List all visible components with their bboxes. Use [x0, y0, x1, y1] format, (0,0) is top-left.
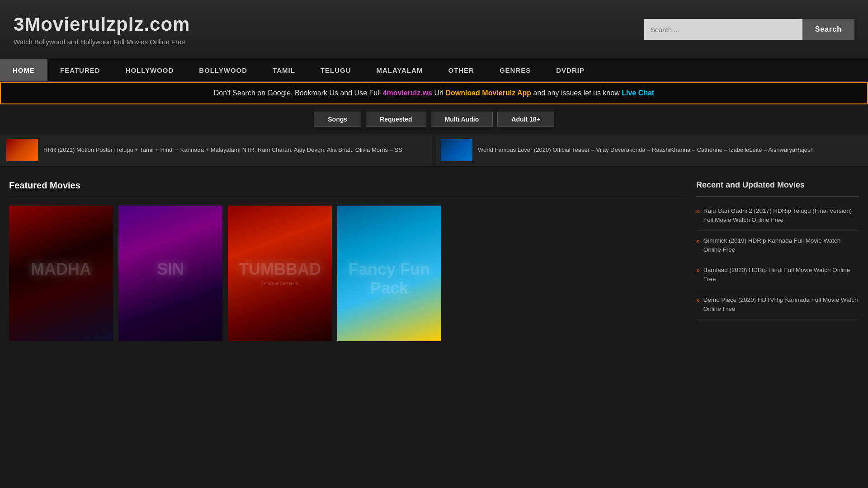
sidebar-arrow-icon: » — [696, 237, 700, 244]
movie-label-fancy: Fancy Fun Pack — [337, 206, 441, 298]
site-tagline: Watch Bollywood and Hollywood Full Movie… — [14, 38, 190, 46]
quick-links-bar: SongsRequestedMulti AudioAdult 18+ — [0, 104, 868, 134]
movie-card-tumbbad[interactable]: TUMBBADTelugu+Tam+Hin — [228, 206, 332, 341]
nav-item-malayalam[interactable]: MALAYALAM — [364, 59, 436, 81]
promo-thumb-rrr — [6, 139, 38, 161]
movie-card-sin[interactable]: SIN — [118, 206, 222, 341]
quick-link-adult-18+[interactable]: Adult 18+ — [497, 112, 554, 127]
sidebar-movie-text-1: Gimmick (2019) HDRip Kannada Full Movie … — [703, 236, 859, 255]
quick-link-songs[interactable]: Songs — [314, 112, 361, 127]
movie-poster-fancy: Fancy Fun Pack — [337, 206, 441, 341]
nav-item-genres[interactable]: GENRES — [487, 59, 543, 81]
nav-item-other[interactable]: OTHER — [435, 59, 487, 81]
movies-grid: MADHASINTUMBBADTelugu+Tam+HinFancy Fun P… — [9, 206, 687, 341]
main-content: Featured Movies MADHASINTUMBBADTelugu+Ta… — [0, 167, 868, 350]
movie-label-madha: MADHA — [9, 206, 113, 279]
movie-sublabel-tumbbad: Telugu+Tam+Hin — [228, 281, 332, 286]
banner-text-after: and any issues let us know — [533, 89, 622, 97]
movie-poster-sin: SIN — [118, 206, 222, 341]
search-area: Search — [644, 19, 854, 40]
main-nav: HOMEFEATUREDHOLLYWOODBOLLYWOODTAMILTELUG… — [0, 59, 868, 82]
nav-item-featured[interactable]: FEATURED — [47, 59, 113, 81]
promo-text-rrr: RRR (2021) Motion Poster [Telugu + Tamil… — [43, 146, 402, 154]
nav-item-bollywood[interactable]: BOLLYWOOD — [186, 59, 260, 81]
announcement-banner: Don't Search on Google. Bookmark Us and … — [0, 82, 868, 104]
featured-section: Featured Movies MADHASINTUMBBADTelugu+Ta… — [0, 176, 696, 350]
sidebar-movie-text-2: Bamfaad (2020) HDRip Hindi Full Movie Wa… — [703, 266, 859, 284]
site-header: 3Movierulzplz.com Watch Bollywood and Ho… — [0, 0, 868, 59]
promo-item-wfl[interactable]: World Famous Lover (2020) Official Tease… — [434, 134, 868, 166]
sidebar: Recent and Updated Movies »Raju Gari Gad… — [696, 176, 868, 350]
sidebar-arrow-icon: » — [696, 267, 700, 274]
nav-item-home[interactable]: HOME — [0, 59, 47, 81]
sidebar-movie-item-1[interactable]: »Gimmick (2019) HDRip Kannada Full Movie… — [696, 231, 859, 261]
nav-item-tamil[interactable]: TAMIL — [260, 59, 308, 81]
sidebar-arrow-icon: » — [696, 296, 700, 304]
promo-thumb-wfl — [441, 139, 472, 161]
movie-label-sin: SIN — [118, 206, 222, 279]
movie-poster-tumbbad: TUMBBADTelugu+Tam+Hin — [228, 206, 332, 341]
site-title: 3Movierulzplz.com — [14, 14, 190, 35]
sidebar-title: Recent and Updated Movies — [696, 176, 859, 197]
promo-item-rrr[interactable]: RRR (2021) Motion Poster [Telugu + Tamil… — [0, 134, 434, 166]
sidebar-movie-text-0: Raju Gari Gadhi 2 (2017) HDRip Telugu (F… — [703, 206, 859, 225]
banner-link-1[interactable]: 4movierulz.ws — [383, 89, 432, 97]
featured-section-title: Featured Movies — [9, 176, 687, 198]
movie-poster-madha: MADHA — [9, 206, 113, 341]
banner-text-middle: Url — [434, 89, 446, 97]
banner-text-before: Don't Search on Google. Bookmark Us and … — [214, 89, 383, 97]
branding: 3Movierulzplz.com Watch Bollywood and Ho… — [14, 14, 190, 46]
banner-link-2[interactable]: Download Movierulz App — [445, 89, 531, 97]
movie-card-madha[interactable]: MADHA — [9, 206, 113, 341]
promo-row: RRR (2021) Motion Poster [Telugu + Tamil… — [0, 134, 868, 167]
sidebar-movie-item-2[interactable]: »Bamfaad (2020) HDRip Hindi Full Movie W… — [696, 260, 859, 290]
promo-text-wfl: World Famous Lover (2020) Official Tease… — [478, 146, 814, 154]
nav-item-dvdrip[interactable]: DVDRIP — [543, 59, 597, 81]
nav-item-hollywood[interactable]: HOLLYWOOD — [113, 59, 187, 81]
sidebar-movie-item-0[interactable]: »Raju Gari Gadhi 2 (2017) HDRip Telugu (… — [696, 201, 859, 231]
quick-link-requested[interactable]: Requested — [366, 112, 426, 127]
search-input[interactable] — [644, 19, 802, 40]
quick-link-multi-audio[interactable]: Multi Audio — [431, 112, 493, 127]
search-button[interactable]: Search — [802, 19, 854, 40]
sidebar-movie-item-3[interactable]: »Demo Piece (2020) HDTVRip Kannada Full … — [696, 290, 859, 320]
movie-card-fancy[interactable]: Fancy Fun Pack — [337, 206, 441, 341]
sidebar-arrow-icon: » — [696, 207, 700, 215]
sidebar-movie-text-3: Demo Piece (2020) HDTVRip Kannada Full M… — [703, 296, 859, 314]
banner-link-3[interactable]: Live Chat — [622, 89, 654, 97]
nav-item-telugu[interactable]: TELUGU — [308, 59, 364, 81]
movie-label-tumbbad: TUMBBAD — [228, 206, 332, 279]
